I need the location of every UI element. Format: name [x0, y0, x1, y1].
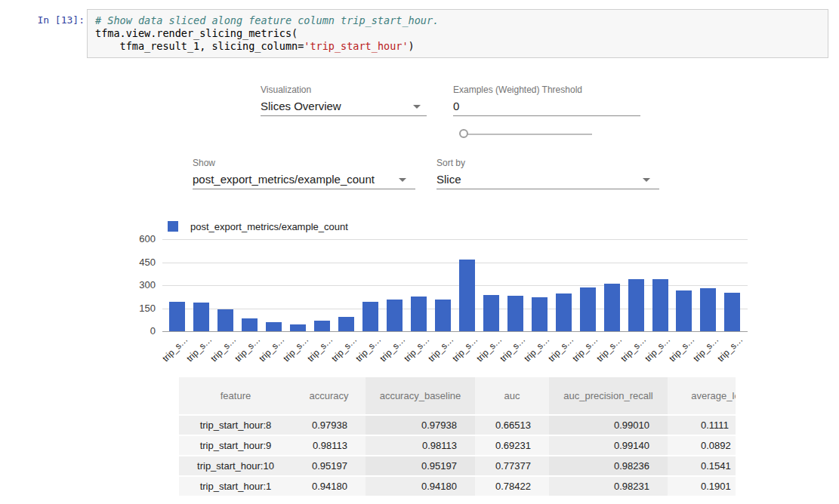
chart-bar[interactable]	[580, 287, 596, 331]
column-header-feature[interactable]: feature	[179, 377, 292, 415]
chart-bar[interactable]	[314, 321, 330, 331]
x-tick: trip_s…	[435, 333, 451, 358]
chart-bar[interactable]	[700, 288, 716, 331]
chart-bar[interactable]	[676, 290, 692, 331]
legend-swatch	[168, 221, 178, 232]
chart-bar[interactable]	[604, 284, 620, 331]
sort-by-select[interactable]: Slice	[436, 170, 659, 189]
chart-bar[interactable]	[652, 279, 668, 331]
x-tick: trip_s…	[700, 333, 716, 358]
metric-cell: 0.97938	[292, 415, 366, 435]
table-row: trip_start_hour:100.951970.951970.773770…	[179, 456, 736, 476]
x-tick-label: trip_s…	[233, 334, 262, 364]
metric-cell: 0.95197	[292, 456, 366, 476]
feature-cell: trip_start_hour:9	[179, 435, 292, 456]
table-header-row: featureaccuracyaccuracy_baselineaucauc_p…	[179, 377, 736, 415]
metrics-table: featureaccuracyaccuracy_baselineaucauc_p…	[179, 377, 736, 504]
chart-bar[interactable]	[169, 302, 185, 331]
x-tick: trip_s…	[459, 333, 475, 358]
chart-bar[interactable]	[242, 318, 258, 331]
column-header-auc[interactable]: auc	[475, 377, 549, 415]
metric-cell: 0.98113	[366, 435, 475, 456]
x-tick: trip_s…	[217, 333, 233, 358]
chart-bar[interactable]	[217, 309, 233, 331]
metric-cell: 0.1541	[668, 456, 736, 476]
x-tick-label: trip_s…	[594, 334, 624, 364]
dropdown-arrow-icon	[399, 178, 406, 182]
page: In [13]: # Show data sliced along featur…	[0, 0, 839, 504]
column-header-auc_precision_recall[interactable]: auc_precision_recall	[549, 377, 668, 415]
code-editor[interactable]: # Show data sliced along feature column …	[87, 9, 828, 58]
slider-knob-icon[interactable]	[459, 129, 468, 138]
chart-bar[interactable]	[266, 322, 282, 331]
x-tick-label: trip_s…	[498, 334, 528, 364]
threshold-input[interactable]	[453, 97, 640, 116]
x-tick: trip_s…	[362, 333, 378, 358]
x-tick: trip_s…	[290, 333, 306, 358]
x-tick-label: trip_s…	[450, 334, 480, 364]
cell-prompt: In [13]:	[21, 14, 85, 26]
legend-label: post_export_metrics/example_count	[190, 221, 348, 232]
chart-bar[interactable]	[362, 302, 378, 331]
chart-bar[interactable]	[387, 300, 403, 331]
x-tick: trip_s…	[724, 333, 740, 358]
y-tick-label: 0	[150, 325, 156, 337]
x-tick: trip_s…	[242, 333, 258, 358]
metric-cell: 0.69231	[475, 435, 549, 456]
feature-cell: trip_start_hour:10	[179, 456, 292, 476]
plot-area	[162, 239, 748, 331]
chart-bar[interactable]	[507, 296, 523, 331]
chart-bar[interactable]	[435, 300, 451, 331]
x-tick: trip_s…	[556, 333, 572, 358]
metric-cell: 0.98236	[549, 456, 668, 476]
table-body: trip_start_hour:80.979380.979380.665130.…	[179, 415, 736, 496]
threshold-slider[interactable]	[458, 128, 594, 140]
chart-bar[interactable]	[338, 317, 354, 331]
metric-cell: 0.77377	[475, 456, 549, 476]
x-tick: trip_s…	[604, 333, 620, 358]
visualization-select[interactable]: Slices Overview	[261, 97, 427, 116]
metric-cell: 0.1901	[668, 476, 736, 496]
sort-by-select-value: Slice	[436, 173, 461, 186]
show-metric-select-value: post_export_metrics/example_count	[193, 173, 375, 186]
show-metric-select[interactable]: post_export_metrics/example_count	[193, 170, 415, 189]
chart-bar[interactable]	[193, 303, 209, 331]
x-tick-label: trip_s…	[523, 334, 552, 364]
metric-cell: 0.97938	[366, 415, 475, 435]
chart-bar[interactable]	[532, 297, 548, 331]
code-line: # Show data sliced along feature column …	[95, 14, 820, 27]
chart-bar[interactable]	[628, 279, 644, 331]
table-row: trip_start_hour:10.941800.941800.784220.…	[179, 476, 736, 496]
metric-cell: 0.95197	[366, 456, 475, 476]
chart-bar[interactable]	[459, 260, 475, 331]
chart-bar[interactable]	[556, 293, 572, 331]
metric-cell: 0.78422	[475, 476, 549, 496]
x-tick-label: trip_s…	[329, 334, 359, 364]
x-tick-label: trip_s…	[281, 334, 310, 364]
x-tick-label: trip_s…	[667, 334, 696, 364]
x-tick: trip_s…	[507, 333, 523, 358]
table-row: trip_start_hour:90.981130.981130.692310.…	[179, 435, 736, 456]
x-tick: trip_s…	[483, 333, 499, 358]
code-line: tfma.view.render_slicing_metrics(	[95, 27, 820, 40]
column-header-accuracy_baseline[interactable]: accuracy_baseline	[366, 377, 475, 415]
x-tick-label: trip_s…	[618, 334, 648, 364]
x-tick: trip_s…	[676, 333, 692, 358]
show-label: Show	[193, 158, 215, 168]
column-header-accuracy[interactable]: accuracy	[292, 377, 366, 415]
chart-bar[interactable]	[290, 324, 306, 331]
chart-bar[interactable]	[724, 293, 740, 331]
column-header-average_loss[interactable]: average_loss	[668, 377, 736, 415]
threshold-label: Examples (Weighted) Threshold	[453, 85, 582, 95]
feature-cell: trip_start_hour:1	[179, 476, 292, 496]
sort-by-label: Sort by	[436, 158, 465, 168]
bars	[162, 239, 748, 331]
y-tick-label: 600	[139, 233, 156, 244]
chart-bar[interactable]	[483, 295, 499, 331]
x-tick: trip_s…	[338, 333, 354, 358]
chart-bar[interactable]	[411, 297, 427, 331]
metric-cell: 0.98231	[549, 476, 668, 496]
y-tick-label: 300	[139, 279, 156, 290]
x-tick-label: trip_s…	[378, 334, 407, 364]
metric-cell: 0.94180	[366, 476, 475, 496]
